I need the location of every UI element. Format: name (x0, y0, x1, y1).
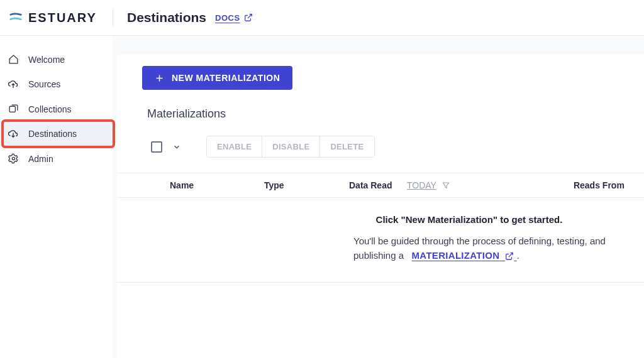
content-area: NEW MATERIALIZATION Materializations ENA… (113, 36, 644, 358)
empty-state-body: You'll be guided through the process of … (353, 234, 626, 263)
sidebar-item-label: Welcome (28, 55, 65, 65)
bulk-action-group: ENABLE DISABLE DELETE (206, 136, 375, 158)
docs-link-label: DOCS (215, 13, 240, 23)
sidebar-item-admin[interactable]: Admin (0, 146, 113, 171)
logo[interactable]: ESTUARY (9, 11, 113, 25)
enable-button[interactable]: ENABLE (207, 136, 262, 157)
filter-icon (441, 181, 450, 190)
sidebar-item-label: Collections (28, 104, 71, 114)
select-all-checkbox[interactable] (151, 141, 162, 153)
empty-state: Click "New Materialization" to get start… (117, 214, 644, 283)
svg-rect-0 (9, 106, 15, 112)
docs-link[interactable]: DOCS (215, 13, 253, 23)
today-label: TODAY (407, 180, 436, 190)
section-title: Materializations (147, 107, 644, 121)
column-data-read: Data Read (349, 180, 399, 190)
materialization-docs-link[interactable]: MATERIALIZATION (412, 250, 517, 261)
home-icon (8, 54, 19, 65)
brand-text: ESTUARY (28, 11, 97, 25)
new-materialization-button[interactable]: NEW MATERIALIZATION (142, 66, 292, 90)
svg-point-1 (12, 157, 14, 160)
plus-icon (155, 73, 164, 83)
table-header: Name Type Data Read TODAY Reads From (117, 173, 644, 198)
sidebar-item-label: Admin (28, 154, 53, 164)
sidebar-item-sources[interactable]: Sources (0, 72, 113, 97)
sidebar-item-label: Destinations (28, 129, 77, 139)
column-today-filter[interactable]: TODAY (407, 180, 450, 190)
top-bar: ESTUARY Destinations DOCS (0, 0, 644, 36)
external-link-icon (244, 13, 253, 22)
sidebar-item-label: Sources (28, 79, 60, 89)
column-name: Name (170, 180, 264, 190)
cloud-download-icon (8, 128, 19, 139)
logo-icon (9, 11, 23, 24)
external-link-icon (505, 252, 514, 261)
column-type: Type (264, 180, 349, 190)
toolbar: ENABLE DISABLE DELETE (151, 136, 644, 158)
sidebar: Welcome Sources Collections Destinations… (0, 36, 113, 358)
header-divider (113, 9, 113, 26)
disable-button[interactable]: DISABLE (262, 136, 320, 157)
cloud-upload-icon (8, 79, 19, 90)
sidebar-item-welcome[interactable]: Welcome (0, 47, 113, 72)
chevron-down-icon (172, 143, 181, 151)
select-menu-toggle[interactable] (170, 140, 184, 154)
collections-icon (8, 104, 19, 114)
empty-body-suffix: . (517, 250, 519, 261)
materializations-panel: NEW MATERIALIZATION Materializations ENA… (117, 55, 644, 358)
column-reads-from: Reads From (574, 180, 625, 190)
gear-icon (8, 153, 19, 164)
sidebar-item-collections[interactable]: Collections (0, 97, 113, 121)
empty-state-title: Click "New Materialization" to get start… (312, 214, 626, 225)
delete-button[interactable]: DELETE (320, 136, 374, 157)
sidebar-item-destinations[interactable]: Destinations (0, 121, 113, 146)
new-button-label: NEW MATERIALIZATION (172, 73, 280, 83)
page-title: Destinations (127, 10, 206, 25)
materialization-link-label: MATERIALIZATION (412, 250, 500, 261)
